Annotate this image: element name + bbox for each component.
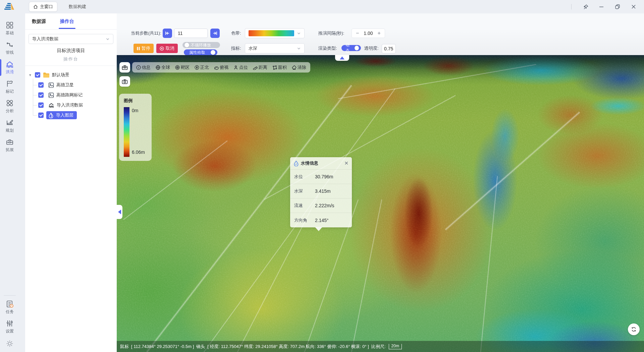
water-drop-icon xyxy=(293,161,299,166)
distance-icon xyxy=(253,65,258,70)
attribute-pick-toggle[interactable]: 属性拾取 xyxy=(184,49,217,55)
water-layer-icon xyxy=(48,113,54,118)
tree-row-satellite[interactable]: 高德卫星 xyxy=(36,81,117,89)
caret-down-icon[interactable]: ▼ xyxy=(28,73,33,77)
interval-stepper[interactable]: − 1.00 + xyxy=(352,29,385,38)
sidebar-item-analysis[interactable]: 分析 xyxy=(0,97,19,116)
map-toolbox-button[interactable] xyxy=(119,62,130,73)
overhead-view-icon xyxy=(214,65,219,70)
indicator-value: 水深 xyxy=(249,45,257,51)
checkbox-import-layer[interactable] xyxy=(38,113,44,118)
tab-console[interactable]: 操作台 xyxy=(60,14,74,29)
tool-target-area[interactable]: 靶区 xyxy=(175,64,190,71)
close-icon[interactable] xyxy=(631,4,637,10)
collapse-panel-handle[interactable] xyxy=(117,205,122,219)
flag-icon xyxy=(6,80,14,88)
chevron-down-icon xyxy=(297,46,301,50)
opacity-input[interactable] xyxy=(382,44,396,53)
tab-main-window[interactable]: 主窗口 xyxy=(29,2,57,12)
colorband-select[interactable] xyxy=(245,28,305,38)
step-first-icon xyxy=(165,31,170,35)
image-layer-icon xyxy=(48,92,54,98)
tool-clear[interactable]: 清除 xyxy=(292,64,306,71)
camera-label: 镜头 xyxy=(196,344,205,350)
dataset-select[interactable]: 导入洪涝数据 xyxy=(29,34,113,44)
map-viewport[interactable]: 信息 全球 靶区 正北 俯视 点位 xyxy=(117,55,644,352)
legend-min: 0m xyxy=(132,108,145,113)
sidebar-item-label: 分析 xyxy=(6,108,14,114)
sidebar-item-pipeline[interactable]: 管线 xyxy=(0,38,19,58)
app-window: 主窗口 数据构建 基础 管线 xyxy=(0,0,644,352)
tab-data-build[interactable]: 数据构建 xyxy=(65,2,90,11)
sidebar-item-extension[interactable]: 拓展 xyxy=(0,136,19,155)
restore-icon[interactable] xyxy=(614,4,621,10)
close-icon[interactable]: ✕ xyxy=(344,160,348,166)
settings-icon xyxy=(6,319,14,327)
step-last-button[interactable] xyxy=(210,29,220,38)
sidebar-item-flood[interactable]: 洪涝 xyxy=(0,58,19,77)
folder-icon xyxy=(43,72,50,78)
globe-icon xyxy=(156,65,160,70)
refresh-button[interactable] xyxy=(628,323,640,335)
sidebar-item-planning[interactable]: 规划 xyxy=(0,116,19,136)
panel-tabs: 数据源 操作台 xyxy=(25,13,117,30)
popup-row-value: 30.796m xyxy=(315,174,333,179)
sidebar-item-label: 基础 xyxy=(6,30,14,36)
legend-max: 6.06m xyxy=(132,149,145,155)
tool-area[interactable]: 面积 xyxy=(272,64,287,71)
cancel-label: 取消 xyxy=(166,45,174,51)
tree-root-label: 默认场景 xyxy=(52,72,69,78)
tree-row-import-layer[interactable]: 导入图层 xyxy=(36,111,117,120)
title-bar: 主窗口 数据构建 xyxy=(0,0,644,13)
water-info-popup: 水情信息 ✕ 水位 30.796m 水深 3.415m 流速 2.222m/s … xyxy=(290,157,352,227)
image-layer-icon xyxy=(48,82,54,88)
minimize-icon[interactable] xyxy=(598,4,604,10)
sidebar-item-tasks[interactable]: 任务 xyxy=(0,298,19,317)
tool-info[interactable]: 信息 xyxy=(136,64,151,71)
cancel-button[interactable]: 取消 xyxy=(156,44,178,53)
app-logo-icon xyxy=(4,2,15,11)
sidebar-item-label: 设置 xyxy=(6,328,14,334)
loop-toggle[interactable]: 不循环播放 xyxy=(182,42,220,48)
sidebar-item-basic[interactable]: 基础 xyxy=(0,19,19,38)
collapse-toolbar-handle[interactable] xyxy=(335,55,349,61)
tree-children: 高德卫星 高德路网标记 导入洪涝数据 xyxy=(28,81,117,120)
tree-row-flood-data[interactable]: 导入洪涝数据 xyxy=(36,101,117,109)
tool-point[interactable]: 点位 xyxy=(233,64,248,71)
tab-data-source[interactable]: 数据源 xyxy=(32,14,46,29)
sidebar-item-label: 洪涝 xyxy=(6,69,14,75)
tree-root-row[interactable]: ▼ 默认场景 xyxy=(28,71,117,79)
point-icon xyxy=(233,65,238,70)
step-input[interactable] xyxy=(174,29,208,38)
plus-icon[interactable]: + xyxy=(378,31,381,36)
tool-overhead-view[interactable]: 俯视 xyxy=(214,64,228,71)
minus-icon[interactable]: − xyxy=(356,31,359,36)
step-first-button[interactable] xyxy=(163,29,172,38)
render-type-toggle[interactable]: 动态 xyxy=(341,45,361,51)
gear-icon[interactable] xyxy=(6,340,13,347)
tool-globe[interactable]: 全球 xyxy=(156,64,170,71)
checkbox-flood-data[interactable] xyxy=(38,102,44,108)
tool-distance[interactable]: 距离 xyxy=(253,64,267,71)
sidebar-item-label: 标记 xyxy=(6,89,14,94)
indicator-select[interactable]: 水深 xyxy=(245,43,305,53)
tree-row-roadnet[interactable]: 高德路网标记 xyxy=(36,91,117,99)
tree-selected-chip[interactable]: 导入图层 xyxy=(46,111,77,119)
tab-console-label: 操作台 xyxy=(60,18,74,24)
sidebar-item-marker[interactable]: 标记 xyxy=(0,77,19,97)
pin-icon[interactable] xyxy=(582,4,588,10)
scale-label: 比例尺: xyxy=(371,344,386,350)
tool-north[interactable]: 正北 xyxy=(195,64,209,71)
popup-row-label: 流速 xyxy=(294,203,315,209)
pause-button[interactable]: 暂停 xyxy=(133,44,154,53)
status-bar: 鼠标 [ 112.74384° 29.253071° -0.5m ] 镜头 [ … xyxy=(117,341,644,352)
step-label: 当前步数(共11): xyxy=(131,28,161,38)
checkbox-satellite[interactable] xyxy=(38,82,44,88)
popup-row-label: 方向角 xyxy=(294,217,315,223)
sidebar-item-label: 规划 xyxy=(6,128,14,133)
checkbox-root[interactable] xyxy=(35,72,40,78)
checkbox-roadnet[interactable] xyxy=(38,92,44,98)
sidebar-item-settings[interactable]: 设置 xyxy=(0,317,19,337)
tool-label: 信息 xyxy=(142,64,151,71)
screenshot-button[interactable] xyxy=(119,76,130,87)
